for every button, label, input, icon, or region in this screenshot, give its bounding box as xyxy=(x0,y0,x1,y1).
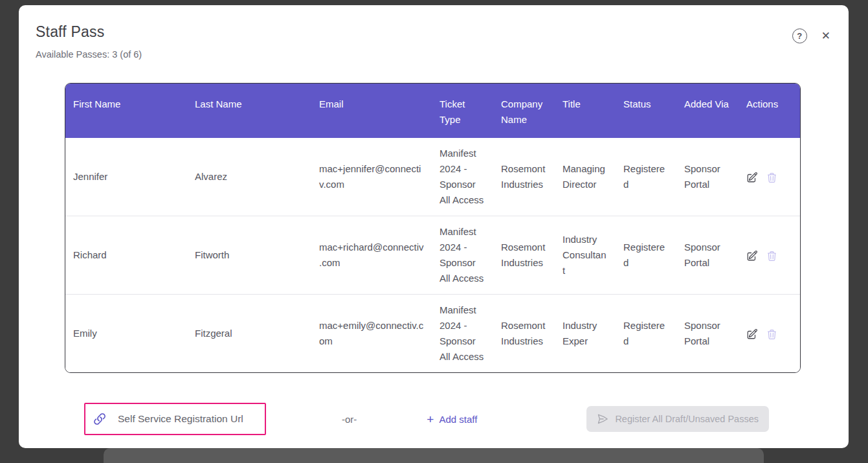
cell-added-via: Sponsor Portal xyxy=(676,295,739,373)
cell-company-name: Rosemont Industries xyxy=(493,138,555,216)
cell-status: Registered xyxy=(616,216,676,295)
page-title: Staff Pass xyxy=(36,23,142,41)
plus-icon: + xyxy=(427,413,434,425)
cell-added-via: Sponsor Portal xyxy=(676,138,739,216)
cell-ticket-type: Manifest 2024 - Sponsor All Access xyxy=(432,295,493,373)
staff-pass-table-container: First Name Last Name Email Ticket Type C… xyxy=(65,83,801,373)
col-header-ticket-type: Ticket Type xyxy=(432,84,493,138)
edit-icon[interactable] xyxy=(746,172,758,183)
send-icon xyxy=(597,413,608,425)
table-header-row: First Name Last Name Email Ticket Type C… xyxy=(65,84,801,138)
staff-pass-modal: Staff Pass Available Passes: 3 (of 6) ? … xyxy=(19,5,849,448)
cell-title: Managing Director xyxy=(555,138,616,216)
self-service-highlight-box: Self Service Registration Url xyxy=(84,403,266,435)
col-header-status: Status xyxy=(616,84,676,138)
cell-status: Registered xyxy=(616,138,676,216)
col-header-title: Title xyxy=(555,84,616,138)
delete-icon[interactable] xyxy=(766,172,777,183)
help-icon[interactable]: ? xyxy=(792,28,807,43)
cell-added-via: Sponsor Portal xyxy=(676,216,739,295)
col-header-last-name: Last Name xyxy=(187,84,311,138)
col-header-added-via: Added Via xyxy=(676,84,739,138)
col-header-email: Email xyxy=(311,84,432,138)
modal-footer: Self Service Registration Url -or- + Add… xyxy=(19,403,849,435)
delete-icon[interactable] xyxy=(766,251,777,262)
table-row: Richard Fitworth mac+richard@connectiv.c… xyxy=(65,216,801,295)
cell-company-name: Rosemont Industries xyxy=(493,295,555,373)
cell-email: mac+richard@connectiv.com xyxy=(311,216,432,295)
register-all-label: Register All Draft/Unsaved Passes xyxy=(615,414,759,424)
register-all-button[interactable]: Register All Draft/Unsaved Passes xyxy=(586,406,769,432)
edit-icon[interactable] xyxy=(746,250,758,262)
edit-icon[interactable] xyxy=(746,328,758,340)
cell-actions xyxy=(739,216,801,295)
link-icon xyxy=(93,412,106,425)
or-separator: -or- xyxy=(342,414,357,425)
delete-icon[interactable] xyxy=(766,329,777,340)
cell-first-name: Richard xyxy=(65,216,187,295)
table-row: Jennifer Alvarez mac+jennifer@connectiv.… xyxy=(65,138,801,216)
table-header: First Name Last Name Email Ticket Type C… xyxy=(65,84,801,138)
available-passes-text: Available Passes: 3 (of 6) xyxy=(36,49,142,60)
cell-title: Industry Consultant xyxy=(555,216,616,295)
table-row: Emily Fitzgeral mac+emily@connectiv.com … xyxy=(65,295,801,373)
cell-last-name: Alvarez xyxy=(187,138,311,216)
self-service-registration-link[interactable]: Self Service Registration Url xyxy=(93,412,243,425)
cell-actions xyxy=(739,295,801,373)
col-header-actions: Actions xyxy=(739,84,801,138)
add-staff-label: Add staff xyxy=(439,414,477,425)
cell-last-name: Fitworth xyxy=(187,216,311,295)
cell-company-name: Rosemont Industries xyxy=(493,216,555,295)
cell-actions xyxy=(739,138,801,216)
table-body: Jennifer Alvarez mac+jennifer@connectiv.… xyxy=(65,138,801,372)
cell-ticket-type: Manifest 2024 - Sponsor All Access xyxy=(432,216,493,295)
cell-email: mac+jennifer@connectiv.com xyxy=(311,138,432,216)
cell-ticket-type: Manifest 2024 - Sponsor All Access xyxy=(432,138,493,216)
add-staff-button[interactable]: + Add staff xyxy=(427,413,477,425)
staff-pass-table: First Name Last Name Email Ticket Type C… xyxy=(65,84,801,372)
background-page-remnant xyxy=(104,448,764,463)
col-header-first-name: First Name xyxy=(65,84,187,138)
cell-title: Industry Exper xyxy=(555,295,616,373)
self-service-label: Self Service Registration Url xyxy=(118,413,243,425)
cell-first-name: Emily xyxy=(65,295,187,373)
close-icon[interactable]: ✕ xyxy=(821,30,830,41)
cell-first-name: Jennifer xyxy=(65,138,187,216)
cell-status: Registered xyxy=(616,295,676,373)
cell-email: mac+emily@connectiv.com xyxy=(311,295,432,373)
cell-last-name: Fitzgeral xyxy=(187,295,311,373)
modal-title-block: Staff Pass Available Passes: 3 (of 6) xyxy=(36,23,142,60)
col-header-company-name: Company Name xyxy=(493,84,555,138)
modal-header-actions: ? ✕ xyxy=(792,28,830,43)
modal-header: Staff Pass Available Passes: 3 (of 6) ? … xyxy=(19,5,849,60)
